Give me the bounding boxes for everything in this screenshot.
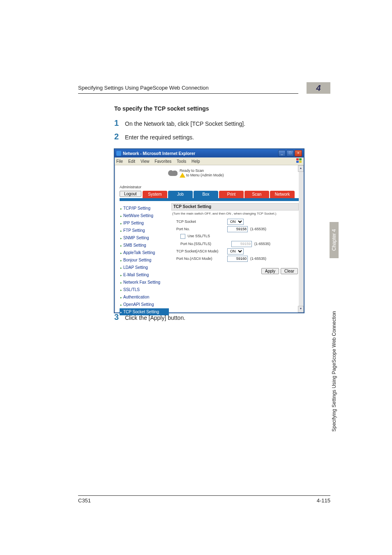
tab-strip: [120, 198, 299, 201]
sidebar-item-email[interactable]: E-Mail Setting: [120, 271, 169, 279]
menu-help[interactable]: Help: [191, 159, 200, 164]
maximize-button[interactable]: □: [286, 150, 294, 157]
sidebar-item-bonjour[interactable]: Bonjour Setting: [120, 257, 169, 264]
input-port-no[interactable]: [227, 226, 248, 232]
panel-hint: (Turn the main switch OFF, and then ON ,…: [171, 210, 299, 218]
step-3: 3 Click the [Apply] button.: [114, 312, 303, 322]
footer-right: 4-115: [317, 497, 330, 504]
range-port-ssl: (1-65535): [254, 242, 270, 246]
checkbox-use-ssl[interactable]: [180, 234, 185, 239]
apply-button[interactable]: Apply: [261, 268, 279, 274]
logout-button[interactable]: Logout: [120, 191, 141, 197]
range-port-no: (1-65535): [250, 227, 266, 231]
section-title: To specify the TCP socket settings: [114, 105, 209, 112]
sidebar-item-ftp[interactable]: FTP Setting: [120, 227, 169, 234]
menu-favorites[interactable]: Favorites: [154, 159, 171, 164]
menu-edit[interactable]: Edit: [128, 159, 135, 164]
input-port-ascii[interactable]: [227, 256, 248, 262]
scrollbar-down[interactable]: ▾: [298, 306, 304, 312]
step-text: Enter the required settings.: [125, 134, 194, 141]
device-icon: [168, 170, 178, 176]
tab-box[interactable]: Box: [194, 191, 218, 198]
label-port-ssl: Port No.(SSL/TLS): [171, 242, 231, 246]
running-header: Specifying Settings Using PageScope Web …: [78, 85, 298, 94]
label-tcp-socket: TCP Socket: [171, 220, 227, 224]
tab-job[interactable]: Job: [168, 191, 193, 198]
sidebar-item-openapi[interactable]: OpenAPI Setting: [120, 301, 169, 308]
select-tcp-socket[interactable]: ON: [227, 219, 244, 225]
label-use-ssl: Use SSL/TLS: [188, 234, 210, 238]
panel-title: TCP Socket Setting: [171, 203, 299, 210]
step-number: 2: [114, 132, 125, 141]
sidebar-item-snmp[interactable]: SNMP Setting: [120, 234, 169, 242]
side-chapter-label: Chapter 4: [330, 222, 339, 258]
status-line-2: to Menu (Admin Mode): [186, 173, 224, 177]
step-1: 1 On the Network tab, click [TCP Socket …: [114, 118, 303, 128]
sidebar-item-ldap[interactable]: LDAP Setting: [120, 264, 169, 271]
range-port-ascii: (1-65535): [250, 257, 266, 261]
ie-icon: [116, 151, 121, 156]
tab-print[interactable]: Print: [219, 191, 244, 198]
tab-network[interactable]: Network: [270, 191, 295, 198]
close-button[interactable]: ×: [295, 150, 302, 157]
step-number: 1: [114, 118, 125, 128]
sidebar-item-authentication[interactable]: Authentication: [120, 294, 169, 301]
window-titlebar: Network - Microsoft Internet Explorer _ …: [115, 149, 304, 157]
clear-button[interactable]: Clear: [281, 268, 298, 274]
screenshot-window: Network - Microsoft Internet Explorer _ …: [114, 149, 304, 313]
label-ascii-mode: TCP Socket(ASCII Mode): [171, 249, 227, 253]
step-text: Click the [Apply] button.: [125, 314, 185, 321]
label-port-ascii: Port No.(ASCII Mode): [171, 257, 227, 261]
step-text: On the Network tab, click [TCP Socket Se…: [125, 120, 245, 127]
tab-scan[interactable]: Scan: [244, 191, 269, 198]
step-2: 2 Enter the required settings.: [114, 132, 303, 141]
sidebar-item-appletalk[interactable]: AppleTalk Setting: [120, 249, 169, 257]
step-number: 3: [114, 312, 125, 322]
footer-left: C351: [78, 497, 91, 504]
tab-system[interactable]: System: [143, 191, 167, 198]
minimize-button[interactable]: _: [278, 150, 286, 157]
menu-file[interactable]: File: [116, 159, 123, 164]
admin-label: Administrator: [120, 185, 141, 189]
status-line-1: Ready to Scan: [180, 169, 224, 173]
sidebar-item-netware[interactable]: NetWare Setting: [120, 212, 169, 220]
warning-icon: [180, 173, 185, 178]
sidebar-item-ssltls[interactable]: SSL/TLS: [120, 286, 169, 294]
menu-view[interactable]: View: [141, 159, 150, 164]
scrollbar-up[interactable]: ▴: [298, 165, 304, 172]
sidebar-item-ipp[interactable]: IPP Setting: [120, 220, 169, 227]
window-title: Network - Microsoft Internet Explorer: [123, 151, 195, 156]
windows-flag-icon: [296, 158, 303, 164]
chapter-number-box: 4: [307, 82, 330, 94]
label-port-no: Port No.: [171, 227, 227, 231]
sidebar: TCP/IP Setting NetWare Setting IPP Setti…: [120, 205, 169, 316]
device-status: Ready to Scan to Menu (Admin Mode): [168, 169, 224, 178]
input-port-ssl: [231, 241, 252, 247]
menu-tools[interactable]: Tools: [177, 159, 186, 164]
settings-panel: TCP Socket Setting (Turn the main switch…: [171, 203, 299, 274]
sidebar-item-smb[interactable]: SMB Setting: [120, 242, 169, 249]
sidebar-item-tcpip[interactable]: TCP/IP Setting: [120, 205, 169, 212]
side-section-label: Specifying Settings Using PageScope Web …: [330, 267, 339, 432]
sidebar-item-networkfax[interactable]: Network Fax Setting: [120, 279, 169, 286]
select-ascii-mode[interactable]: ON: [227, 248, 244, 254]
window-menubar: File Edit View Favorites Tools Help: [115, 157, 304, 165]
